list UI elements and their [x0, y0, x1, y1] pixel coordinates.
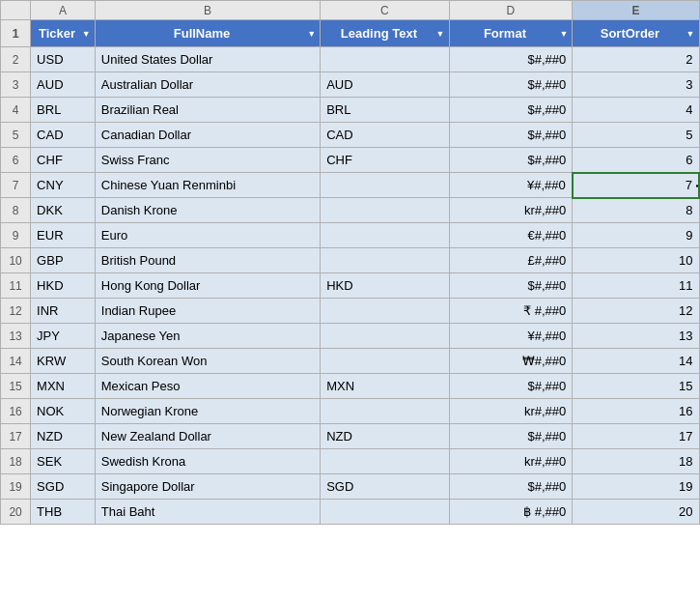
cell-fullname[interactable]: Norwegian Krone — [95, 399, 320, 424]
cell-sort-order[interactable]: 13 — [573, 324, 699, 349]
cell-leading-text[interactable]: SGD — [321, 474, 449, 500]
cell-format[interactable]: kr#,##0 — [449, 399, 573, 424]
cell-fullname[interactable]: Chinese Yuan Renminbi — [95, 173, 320, 198]
cell-sort-order[interactable]: 6 — [573, 148, 699, 173]
cell-leading-text[interactable] — [321, 500, 449, 525]
cell-fullname[interactable]: Euro — [95, 223, 320, 248]
cell-fullname[interactable]: Singapore Dollar — [95, 474, 320, 500]
cell-format[interactable]: kr#,##0 — [449, 198, 573, 223]
cell-leading-text[interactable] — [321, 349, 449, 374]
format-dropdown-icon[interactable]: ▼ — [559, 29, 568, 39]
cell-ticker[interactable]: CNY — [31, 173, 96, 198]
cell-fullname[interactable]: New Zealand Dollar — [95, 424, 320, 449]
header-ticker[interactable]: Ticker ▼ — [31, 20, 96, 47]
cell-sort-order[interactable]: 14 — [573, 349, 699, 374]
cell-format[interactable]: $#,##0 — [449, 72, 573, 98]
cell-ticker[interactable]: INR — [31, 299, 96, 324]
cell-format[interactable]: ₩#,##0 — [449, 349, 573, 374]
col-letter-d[interactable]: D — [449, 1, 573, 20]
cell-sort-order[interactable]: 19 — [573, 474, 699, 500]
cell-fullname[interactable]: Hong Kong Dollar — [95, 273, 320, 299]
cell-sort-order[interactable]: 12 — [573, 299, 699, 324]
leading-text-dropdown-icon[interactable]: ▼ — [436, 29, 445, 39]
cell-sort-order[interactable]: 4 — [573, 98, 699, 123]
col-letter-c[interactable]: C — [321, 1, 449, 20]
cell-ticker[interactable]: SEK — [31, 449, 96, 474]
ticker-dropdown-icon[interactable]: ▼ — [82, 29, 91, 39]
cell-ticker[interactable]: NOK — [31, 399, 96, 424]
cell-sort-order[interactable]: 2 — [573, 47, 699, 72]
col-letter-e[interactable]: E — [573, 1, 699, 20]
cell-leading-text[interactable]: CAD — [321, 123, 449, 148]
cell-ticker[interactable]: CHF — [31, 148, 96, 173]
cell-format[interactable]: ¥#,##0 — [449, 173, 573, 198]
cell-leading-text[interactable] — [321, 248, 449, 273]
header-format[interactable]: Format ▼ — [449, 20, 573, 47]
cell-ticker[interactable]: KRW — [31, 349, 96, 374]
cell-format[interactable]: $#,##0 — [449, 148, 573, 173]
cell-ticker[interactable]: HKD — [31, 273, 96, 299]
cell-fullname[interactable]: Japanese Yen — [95, 324, 320, 349]
cell-format[interactable]: $#,##0 — [449, 47, 573, 72]
cell-format[interactable]: $#,##0 — [449, 374, 573, 399]
cell-ticker[interactable]: NZD — [31, 424, 96, 449]
cell-leading-text[interactable]: NZD — [321, 424, 449, 449]
cell-sort-order[interactable]: 17 — [573, 424, 699, 449]
sort-order-dropdown-icon[interactable]: ▼ — [686, 29, 695, 39]
cell-format[interactable]: $#,##0 — [449, 273, 573, 299]
cell-fullname[interactable]: South Korean Won — [95, 349, 320, 374]
cell-ticker[interactable]: EUR — [31, 223, 96, 248]
cell-fullname[interactable]: Australian Dollar — [95, 72, 320, 98]
cell-format[interactable]: $#,##0 — [449, 474, 573, 500]
cell-format[interactable]: $#,##0 — [449, 424, 573, 449]
cell-sort-order[interactable]: 16 — [573, 399, 699, 424]
cell-fullname[interactable]: Canadian Dollar — [95, 123, 320, 148]
cell-format[interactable]: ¥#,##0 — [449, 324, 573, 349]
cell-leading-text[interactable]: CHF — [321, 148, 449, 173]
cell-sort-order[interactable]: 8 — [573, 198, 699, 223]
cell-fullname[interactable]: Danish Krone — [95, 198, 320, 223]
cell-ticker[interactable]: USD — [31, 47, 96, 72]
header-fullname[interactable]: FullName ▼ — [95, 20, 320, 47]
cell-fullname[interactable]: Mexican Peso — [95, 374, 320, 399]
cell-leading-text[interactable] — [321, 198, 449, 223]
cell-sort-order[interactable]: 7✛ — [573, 173, 699, 198]
cell-ticker[interactable]: THB — [31, 500, 96, 525]
cell-format[interactable]: kr#,##0 — [449, 449, 573, 474]
cell-format[interactable]: ฿ #,##0 — [449, 500, 573, 525]
cell-leading-text[interactable] — [321, 449, 449, 474]
cell-format[interactable]: €#,##0 — [449, 223, 573, 248]
cell-sort-order[interactable]: 11 — [573, 273, 699, 299]
cell-leading-text[interactable]: BRL — [321, 98, 449, 123]
cell-leading-text[interactable] — [321, 223, 449, 248]
cell-sort-order[interactable]: 15 — [573, 374, 699, 399]
cell-sort-order[interactable]: 9 — [573, 223, 699, 248]
cell-leading-text[interactable] — [321, 47, 449, 72]
cell-ticker[interactable]: BRL — [31, 98, 96, 123]
cell-leading-text[interactable]: HKD — [321, 273, 449, 299]
cell-ticker[interactable]: CAD — [31, 123, 96, 148]
cell-format[interactable]: $#,##0 — [449, 98, 573, 123]
col-letter-a[interactable]: A — [31, 1, 96, 20]
cell-fullname[interactable]: Brazilian Real — [95, 98, 320, 123]
col-letter-b[interactable]: B — [95, 1, 320, 20]
cell-ticker[interactable]: SGD — [31, 474, 96, 500]
cell-leading-text[interactable] — [321, 324, 449, 349]
cell-leading-text[interactable] — [321, 173, 449, 198]
header-leading-text[interactable]: Leading Text ▼ — [321, 20, 449, 47]
cell-leading-text[interactable] — [321, 299, 449, 324]
cell-fullname[interactable]: United States Dollar — [95, 47, 320, 72]
cell-sort-order[interactable]: 5 — [573, 123, 699, 148]
cell-sort-order[interactable]: 10 — [573, 248, 699, 273]
cell-ticker[interactable]: JPY — [31, 324, 96, 349]
cell-format[interactable]: ₹ #,##0 — [449, 299, 573, 324]
cell-fullname[interactable]: British Pound — [95, 248, 320, 273]
cell-fullname[interactable]: Swiss Franc — [95, 148, 320, 173]
cell-leading-text[interactable]: AUD — [321, 72, 449, 98]
cell-ticker[interactable]: GBP — [31, 248, 96, 273]
cell-leading-text[interactable] — [321, 399, 449, 424]
cell-fullname[interactable]: Swedish Krona — [95, 449, 320, 474]
cell-fullname[interactable]: Thai Baht — [95, 500, 320, 525]
header-sort-order[interactable]: SortOrder ▼ — [573, 20, 699, 47]
cell-sort-order[interactable]: 18 — [573, 449, 699, 474]
